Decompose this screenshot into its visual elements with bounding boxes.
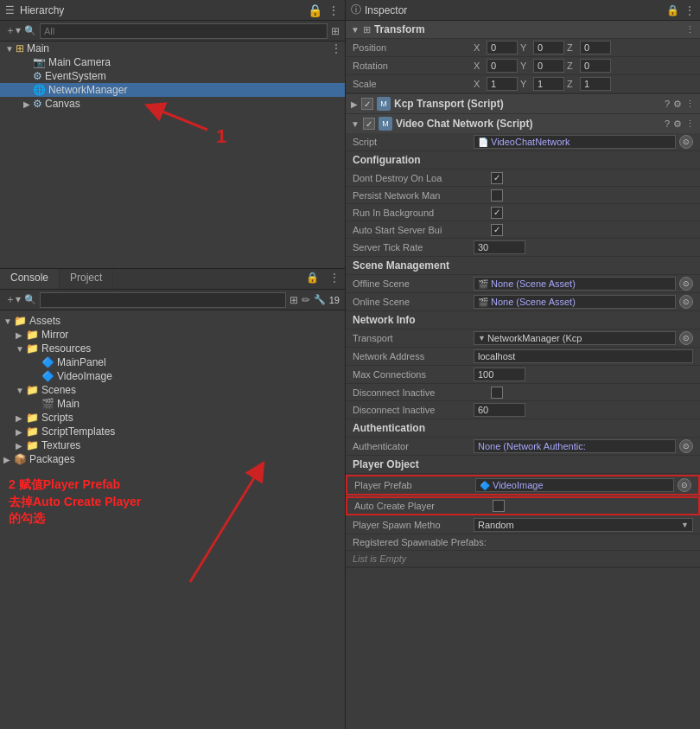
project-item-packages[interactable]: ▶ 📦 Packages — [0, 452, 345, 466]
player-prefab-icon: 🔷 — [480, 481, 490, 490]
kcp-transport-header[interactable]: ▶ M Kcp Transport (Script) ? ⚙ ⋮ — [346, 94, 700, 113]
kcp-checkbox[interactable] — [361, 98, 373, 110]
offline-scene-circle-btn[interactable]: ⊙ — [679, 277, 693, 291]
online-scene-row: Online Scene 🎬 None (Scene Asset) ⊙ — [346, 293, 700, 311]
online-scene-ref[interactable]: 🎬 None (Scene Asset) — [474, 295, 676, 309]
persist-network-checkbox[interactable] — [491, 189, 503, 201]
vcn-menu-icon[interactable]: ⋮ — [685, 118, 695, 130]
pos-x-input[interactable] — [487, 41, 518, 54]
hierarchy-title: Hierarchy — [20, 4, 64, 16]
online-scene-circle-btn[interactable]: ⊙ — [679, 295, 693, 309]
project-item-resources[interactable]: ▼ 📁 Resources — [0, 342, 345, 355]
vcn-help-icon[interactable]: ? — [665, 118, 670, 130]
position-row: Position X Y Z — [346, 39, 700, 57]
auto-start-server-checkbox[interactable] — [491, 224, 503, 236]
rot-z-input[interactable] — [580, 59, 611, 73]
hierarchy-filter-icon[interactable]: ⊞ — [331, 25, 340, 37]
run-in-background-row: Run In Background — [346, 204, 700, 221]
transport-ref[interactable]: ▼ NetworkManager (Kcp — [474, 331, 676, 345]
vcn-settings-icon[interactable]: ⚙ — [673, 118, 682, 130]
pos-z-input[interactable] — [580, 41, 611, 54]
dont-destroy-checkbox[interactable] — [491, 172, 503, 184]
project-item-videoimage[interactable]: 🔷 VideoImage — [0, 369, 345, 383]
hierarchy-lock-icon[interactable]: 🔒 — [308, 3, 322, 17]
pos-y-input[interactable] — [533, 41, 564, 54]
rot-y-input[interactable] — [533, 59, 564, 73]
project-filter1[interactable]: ⊞ — [290, 294, 298, 306]
scale-y-input[interactable] — [533, 77, 564, 91]
project-tree-area: ▼ 📁 Assets ▶ 📁 Mirror ▼ 📁 Resources — [0, 310, 345, 666]
project-item-scripttemplates[interactable]: ▶ 📁 ScriptTemplates — [0, 425, 345, 438]
project-add-icon[interactable]: ＋▾ — [5, 292, 21, 307]
auto-start-server-label: Auto Start Server Bui — [353, 225, 491, 235]
player-prefab-circle-btn[interactable]: ⊙ — [678, 478, 691, 492]
kcp-settings-icon[interactable]: ⚙ — [673, 99, 682, 110]
script-ref[interactable]: 📄 VideoChatNetwork — [474, 135, 676, 149]
arrow-annotation-2 — [173, 452, 311, 608]
online-scene-ref-label: None (Scene Asset) — [491, 297, 576, 307]
script-circle-btn[interactable]: ⊙ — [679, 135, 693, 149]
disconnect-inactive-checkbox[interactable] — [491, 387, 503, 399]
hierarchy-item-event-system[interactable]: ⚙ EventSystem — [0, 69, 345, 83]
project-item-scenes[interactable]: ▼ 📁 Scenes — [0, 383, 345, 397]
hierarchy-item-main-camera[interactable]: 📷 Main Camera — [0, 55, 345, 69]
hierarchy-item-canvas[interactable]: ▶ ⚙ Canvas — [0, 97, 345, 111]
project-item-mirror[interactable]: ▶ 📁 Mirror — [0, 328, 345, 342]
transform-menu-icon[interactable]: ⋮ — [685, 24, 695, 35]
project-filter2[interactable]: ✏ — [302, 294, 310, 306]
max-connections-input[interactable] — [474, 368, 525, 381]
auto-create-player-checkbox[interactable] — [493, 500, 505, 512]
scene-management-header: Scene Management — [346, 257, 700, 275]
project-item-textures[interactable]: ▶ 📁 Textures — [0, 438, 345, 452]
inspector-lock-icon[interactable]: 🔒 — [666, 4, 679, 16]
server-tick-rate-input[interactable] — [474, 240, 525, 254]
tab-console[interactable]: Console — [0, 269, 60, 289]
tab-project[interactable]: Project — [60, 269, 113, 289]
hierarchy-label-eventsystem: EventSystem — [45, 70, 106, 82]
player-prefab-value: 🔷 VideoImage ⊙ — [475, 478, 691, 492]
kcp-help-icon[interactable]: ? — [665, 99, 670, 110]
mainpanel-label: MainPanel — [57, 356, 106, 368]
authenticator-ref[interactable]: None (Network Authentic: — [474, 439, 676, 453]
transform-header[interactable]: ▼ ⊞ Transform ⋮ — [346, 21, 700, 39]
project-item-mainpanel[interactable]: 🔷 MainPanel — [0, 355, 345, 369]
transport-circle-btn[interactable]: ⊙ — [679, 331, 693, 345]
scale-z-input[interactable] — [580, 77, 611, 91]
player-prefab-ref[interactable]: 🔷 VideoImage — [475, 478, 674, 492]
scripts-label: Scripts — [41, 412, 73, 424]
panel-lock-icon[interactable]: 🔒 — [301, 269, 324, 289]
vcn-checkbox[interactable] — [363, 118, 375, 130]
rotation-row: Rotation X Y Z — [346, 57, 700, 75]
scale-label: Scale — [353, 79, 474, 89]
kcp-menu-icon[interactable]: ⋮ — [685, 99, 695, 110]
script-value: 📄 VideoChatNetwork ⊙ — [474, 135, 693, 149]
hierarchy-label-canvas: Canvas — [45, 98, 80, 110]
hierarchy-item-network-manager[interactable]: 🌐 NetworkManager — [0, 83, 345, 97]
project-item-scripts[interactable]: ▶ 📁 Scripts — [0, 411, 345, 425]
vcn-arrow: ▼ — [351, 119, 360, 129]
panel-menu-icon[interactable]: ⋮ — [324, 269, 345, 289]
run-in-background-checkbox[interactable] — [491, 207, 503, 219]
disconnect-timeout-input[interactable] — [474, 403, 525, 417]
add-icon[interactable]: ＋▾ — [5, 23, 21, 38]
scale-x-input[interactable] — [487, 77, 518, 91]
hierarchy-item-main[interactable]: ▼ ⊞ Main ⋮ — [0, 42, 345, 55]
player-spawn-method-dropdown[interactable]: Random ▼ — [474, 518, 693, 532]
authenticator-circle-btn[interactable]: ⊙ — [679, 439, 693, 453]
auto-create-player-row: Auto Create Player — [346, 496, 700, 515]
vcn-header[interactable]: ▼ M Video Chat Network (Script) ? ⚙ ⋮ — [346, 114, 700, 133]
video-chat-network-component: ▼ M Video Chat Network (Script) ? ⚙ ⋮ Sc… — [346, 114, 700, 568]
project-item-main-scene[interactable]: 🎬 Main — [0, 397, 345, 411]
offline-scene-ref[interactable]: 🎬 None (Scene Asset) — [474, 277, 676, 291]
project-search-input[interactable] — [40, 292, 286, 308]
max-connections-label: Max Connections — [353, 369, 474, 380]
resources-arrow: ▼ — [16, 344, 26, 354]
hierarchy-menu-icon[interactable]: ⋮ — [328, 3, 340, 17]
inspector-menu-icon[interactable]: ⋮ — [684, 4, 695, 16]
hierarchy-search-input[interactable] — [40, 23, 328, 39]
rot-x-input[interactable] — [487, 59, 518, 73]
persist-network-row: Persist Network Man — [346, 187, 700, 204]
network-address-input[interactable] — [474, 349, 693, 363]
hierarchy-menu-main[interactable]: ⋮ — [331, 42, 341, 54]
project-item-assets[interactable]: ▼ 📁 Assets — [0, 314, 345, 328]
